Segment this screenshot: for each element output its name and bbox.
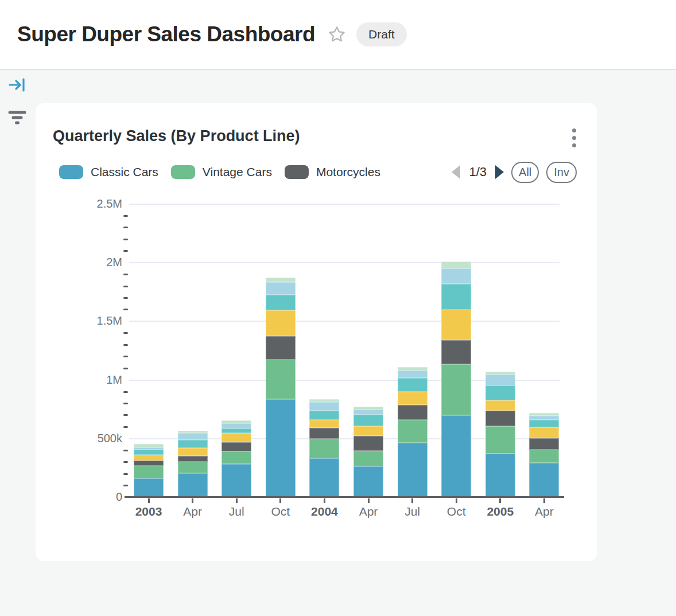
bar-segment[interactable] xyxy=(529,427,559,438)
filter-icon[interactable] xyxy=(8,110,28,127)
bar-segment[interactable] xyxy=(309,439,339,458)
kebab-menu-icon[interactable] xyxy=(570,126,578,150)
bar-segment[interactable] xyxy=(266,360,296,400)
y-axis-label: 1.5M xyxy=(72,314,122,328)
bar-segment[interactable] xyxy=(309,402,339,411)
bar-segment[interactable] xyxy=(485,454,515,497)
bar-segment[interactable] xyxy=(309,458,339,497)
status-badge: Draft xyxy=(356,22,407,46)
legend-row: Classic CarsVintage CarsMotorcycles 1/3 … xyxy=(59,162,577,182)
bar-segment[interactable] xyxy=(441,268,471,283)
bar-segment[interactable] xyxy=(529,413,559,416)
bar-segment[interactable] xyxy=(441,310,471,340)
bar-segment[interactable] xyxy=(529,450,559,463)
bar-segment[interactable] xyxy=(398,420,428,443)
bar-segment[interactable] xyxy=(398,405,428,420)
legend-item[interactable]: Vintage Cars xyxy=(171,165,272,179)
bar-segment[interactable] xyxy=(309,420,339,428)
bar-segment[interactable] xyxy=(353,451,383,466)
favorite-star-icon[interactable] xyxy=(328,25,346,44)
legend-next-icon[interactable] xyxy=(495,165,504,179)
bar-segment[interactable] xyxy=(485,375,515,385)
bar-segment[interactable] xyxy=(485,426,515,454)
bar-segment[interactable] xyxy=(485,385,515,400)
bar-segment[interactable] xyxy=(178,431,208,432)
bar-segment[interactable] xyxy=(353,436,383,451)
x-axis-tick xyxy=(543,498,545,503)
bar-segment[interactable] xyxy=(529,463,559,497)
legend-all-button[interactable]: All xyxy=(511,162,539,183)
bar-segment[interactable] xyxy=(353,426,383,436)
bar-segment[interactable] xyxy=(134,444,164,447)
bar-segment[interactable] xyxy=(441,262,471,268)
bar-segment[interactable] xyxy=(134,466,164,478)
bar-segment[interactable] xyxy=(178,456,208,461)
bar-segment[interactable] xyxy=(441,340,471,365)
bar-segment[interactable] xyxy=(398,371,428,378)
bar-segment[interactable] xyxy=(222,464,251,497)
bar-segment[interactable] xyxy=(398,367,428,371)
bar-segment[interactable] xyxy=(134,461,164,466)
y-minor-tick xyxy=(123,450,128,451)
bar-segment[interactable] xyxy=(309,399,339,403)
bar-segment[interactable] xyxy=(134,455,164,461)
y-gridline xyxy=(129,321,560,322)
y-minor-tick xyxy=(123,250,128,252)
bar-segment[interactable] xyxy=(529,416,559,420)
bar-segment[interactable] xyxy=(134,450,164,455)
bar-segment[interactable] xyxy=(353,466,383,497)
bar-segment[interactable] xyxy=(178,462,208,474)
legend-label: Vintage Cars xyxy=(203,165,272,179)
bar-segment[interactable] xyxy=(266,336,296,359)
bar-segment[interactable] xyxy=(222,433,251,442)
bar-segment[interactable] xyxy=(398,378,428,392)
y-axis-label: 2.5M xyxy=(72,197,122,210)
bar-segment[interactable] xyxy=(529,438,559,450)
bar-segment[interactable] xyxy=(266,310,296,336)
y-minor-tick xyxy=(123,485,128,486)
bar-segment[interactable] xyxy=(222,428,251,433)
y-minor-tick xyxy=(123,414,128,416)
bar-segment[interactable] xyxy=(485,372,515,375)
bar-segment[interactable] xyxy=(222,423,251,428)
bar-segment[interactable] xyxy=(178,433,208,440)
x-axis-tick xyxy=(279,498,281,503)
bar-segment[interactable] xyxy=(353,415,383,426)
x-axis-label: Apr xyxy=(345,505,391,518)
collapse-panel-icon[interactable] xyxy=(8,77,28,95)
y-minor-tick xyxy=(123,274,128,275)
bar-segment[interactable] xyxy=(222,442,251,452)
bar-segment[interactable] xyxy=(266,282,296,295)
bar-segment[interactable] xyxy=(485,411,515,426)
bar-segment[interactable] xyxy=(309,428,339,439)
bar-segment[interactable] xyxy=(178,473,208,497)
bar-segment[interactable] xyxy=(353,410,383,415)
legend-prev-icon[interactable] xyxy=(452,165,460,179)
bar-segment[interactable] xyxy=(485,400,515,411)
legend-label: Motorcycles xyxy=(316,165,380,179)
bar-segment[interactable] xyxy=(178,440,208,447)
bar-segment[interactable] xyxy=(529,420,559,427)
bar-segment[interactable] xyxy=(266,295,296,310)
y-axis-label: 500k xyxy=(72,432,122,445)
y-minor-tick xyxy=(123,344,128,346)
bar-segment[interactable] xyxy=(178,448,208,457)
bar-segment[interactable] xyxy=(266,278,296,282)
bar-segment[interactable] xyxy=(266,399,296,497)
x-axis-tick xyxy=(368,498,370,503)
legend-controls: 1/3 All Inv xyxy=(452,162,577,183)
bar-segment[interactable] xyxy=(398,443,428,497)
bar-segment[interactable] xyxy=(134,447,164,450)
bar-segment[interactable] xyxy=(441,284,471,310)
bar-segment[interactable] xyxy=(441,364,471,415)
bar-segment[interactable] xyxy=(353,407,383,409)
bar-segment[interactable] xyxy=(134,478,164,497)
legend-item[interactable]: Classic Cars xyxy=(59,165,158,179)
legend-item[interactable]: Motorcycles xyxy=(285,165,380,179)
bar-segment[interactable] xyxy=(398,392,428,405)
bar-segment[interactable] xyxy=(222,420,251,423)
bar-segment[interactable] xyxy=(222,451,251,464)
legend-inv-button[interactable]: Inv xyxy=(546,162,577,183)
bar-segment[interactable] xyxy=(309,411,339,420)
bar-segment[interactable] xyxy=(441,415,471,497)
